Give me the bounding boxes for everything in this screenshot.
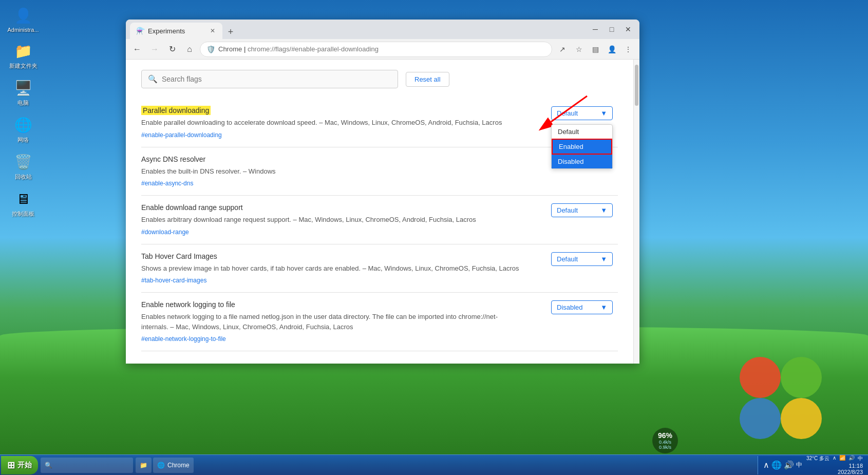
tray-weather-time: 32°C 多云 ∧ 📶 🔊 中 [806, 455, 863, 462]
scrollbar[interactable] [633, 60, 639, 364]
net-percent: 96% [658, 431, 672, 440]
flag-control-download-range: Default ▼ [551, 203, 618, 217]
content-area: 🔍 Reset all Parallel downloading Enable … [126, 60, 639, 364]
flag-desc-tab-hover: Shows a preview image in tab hover cards… [141, 263, 522, 274]
windows-logo [734, 352, 827, 444]
window-controls: ─ □ ✕ [588, 22, 635, 36]
search-icon: 🔍 [148, 74, 158, 84]
browser-window: ⚗️ Experiments ✕ + ─ □ ✕ ← → ↻ ⌂ 🛡️ Chro… [126, 20, 639, 364]
net-up-speed: 0.4k/s [659, 440, 671, 445]
dropdown-option-default[interactable]: Default [552, 125, 612, 139]
tray-network-icon: 🌐 [771, 460, 782, 470]
menu-button[interactable]: ⋮ [621, 42, 635, 56]
tray-language: 中 [796, 461, 802, 469]
computer-icon: 🖥️ [13, 78, 33, 98]
home-button[interactable]: ⌂ [182, 42, 197, 56]
win-logo-red [740, 357, 781, 398]
new-folder-label: 新建文件夹 [9, 62, 37, 70]
start-label: 开始 [17, 461, 32, 470]
scrollbar-thumb[interactable] [635, 65, 638, 106]
experiments-tab[interactable]: ⚗️ Experiments ✕ [130, 23, 222, 39]
administrator-label: Administra... [7, 27, 39, 33]
win-logo-yellow [781, 398, 822, 439]
recycle-bin-label: 回收站 [15, 173, 32, 181]
dropdown-option-enabled[interactable]: Enabled [552, 139, 612, 155]
tray-up-icon: ∧ [763, 460, 769, 470]
desktop-icon-my-computer[interactable]: 🖥️ 电脑 [5, 78, 41, 107]
tab-close-button[interactable]: ✕ [209, 26, 216, 35]
start-button[interactable]: ⊞ 开始 [1, 456, 38, 474]
flag-link-network-logging[interactable]: #enable-network-logging-to-file [141, 335, 226, 343]
flags-search-container[interactable]: 🔍 [141, 70, 398, 88]
flag-link-parallel[interactable]: #enable-parallel-downloading [141, 131, 222, 139]
desktop-icon-control-panel[interactable]: 🖥 控制面板 [5, 188, 41, 218]
address-separator: | [244, 45, 248, 53]
flag-select-value-logging: Disabled [557, 303, 583, 311]
flag-select-value-range: Default [557, 206, 578, 214]
clock-date: 2022/8/23 [838, 469, 863, 475]
desktop-icon-administrator[interactable]: 👤 Administra... [5, 5, 41, 33]
taskbar-item-chrome[interactable]: 🌐 Chrome [153, 458, 194, 473]
address-bar[interactable]: 🛡️ Chrome | chrome://flags/#enable-paral… [200, 42, 552, 57]
folder-icon: 📁 [13, 41, 33, 61]
search-bar-area: 🔍 Reset all [141, 70, 618, 88]
minimize-button[interactable]: ─ [588, 22, 602, 36]
desktop-icon-network[interactable]: 🌐 网络 [5, 115, 41, 144]
chrome-icon: 🌐 [157, 462, 165, 469]
desktop-icon-new-folder[interactable]: 📁 新建文件夹 [5, 41, 41, 70]
share-button[interactable]: ↗ [555, 42, 570, 56]
flag-select-network-logging[interactable]: Disabled ▼ [551, 300, 613, 314]
flag-select-download-range[interactable]: Default ▼ [551, 203, 613, 217]
windows-start-icon: ⊞ [7, 460, 15, 471]
parallel-dropdown-menu: Default Enabled Disabled [551, 124, 613, 169]
reset-all-button[interactable]: Reset all [406, 72, 449, 87]
flag-select-tab-hover[interactable]: Default ▼ [551, 252, 613, 266]
new-tab-button[interactable]: + [223, 25, 238, 39]
back-button[interactable]: ← [130, 42, 144, 56]
bookmark-button[interactable]: ☆ [572, 42, 586, 56]
close-button[interactable]: ✕ [621, 22, 635, 36]
flag-select-parallel[interactable]: Default ▼ [551, 106, 613, 120]
dropdown-option-disabled[interactable]: Disabled [552, 155, 612, 168]
administrator-icon: 👤 [13, 5, 33, 26]
flag-info-async-dns: Async DNS resolver Enables the built-in … [141, 155, 522, 188]
tray-weather-clock: 32°C 多云 ∧ 📶 🔊 中 11:18 2022/8/23 [806, 455, 863, 475]
control-panel-label: 控制面板 [12, 210, 34, 218]
flag-title-highlighted: Parallel downloading [141, 106, 211, 115]
address-site: Chrome [218, 45, 242, 53]
flag-link-download-range[interactable]: #download-range [141, 229, 189, 236]
tab-favicon: ⚗️ [136, 27, 145, 35]
chevron-down-icon: ▼ [600, 303, 607, 311]
desktop-icon-recycle-bin[interactable]: 🗑️ 回收站 [5, 151, 41, 181]
profile-button[interactable]: 👤 [605, 42, 619, 56]
navigation-bar: ← → ↻ ⌂ 🛡️ Chrome | chrome://flags/#enab… [126, 39, 639, 60]
maximize-button[interactable]: □ [605, 22, 619, 36]
forward-button[interactable]: → [147, 42, 162, 56]
flag-title-network-logging: Enable network logging to file [141, 300, 522, 309]
flag-link-async-dns[interactable]: #enable-async-dns [141, 180, 193, 187]
reload-button[interactable]: ↻ [165, 42, 179, 56]
flag-info-network-logging: Enable network logging to file Enables n… [141, 300, 522, 343]
flag-item-tab-hover: Tab Hover Card Images Shows a preview im… [141, 244, 618, 293]
chevron-down-icon: ▼ [600, 255, 607, 263]
weather-text: 32°C 多云 [806, 455, 829, 462]
network-label: 网络 [17, 136, 29, 144]
win-logo-blue [740, 398, 781, 439]
address-text: Chrome | chrome://flags/#enable-parallel… [218, 45, 545, 53]
flag-desc-async-dns: Enables the built-in DNS resolver. – Win… [141, 166, 522, 177]
tab-title: Experiments [148, 27, 206, 35]
sidebar-button[interactable]: ▤ [588, 42, 602, 56]
tray-volume-icon: 🔊 [784, 460, 794, 470]
flag-desc-download-range: Enables arbitrary download range request… [141, 215, 522, 225]
taskbar-item-file-explorer[interactable]: 📁 [136, 458, 152, 473]
flag-link-tab-hover[interactable]: #tab-hover-card-images [141, 277, 206, 284]
search-input[interactable] [162, 75, 391, 83]
flag-title-async-dns: Async DNS resolver [141, 155, 522, 163]
flag-select-value: Default [557, 109, 578, 117]
my-computer-label: 电脑 [17, 99, 29, 107]
desktop: 👤 Administra... 📁 新建文件夹 🖥️ 电脑 🌐 网络 🗑️ 回收… [0, 0, 868, 475]
flag-item-async-dns: Async DNS resolver Enables the built-in … [141, 147, 618, 196]
flag-title-tab-hover: Tab Hover Card Images [141, 252, 522, 260]
taskbar-search[interactable]: 🔍 [41, 458, 133, 473]
flag-control-network-logging: Disabled ▼ [551, 300, 618, 314]
